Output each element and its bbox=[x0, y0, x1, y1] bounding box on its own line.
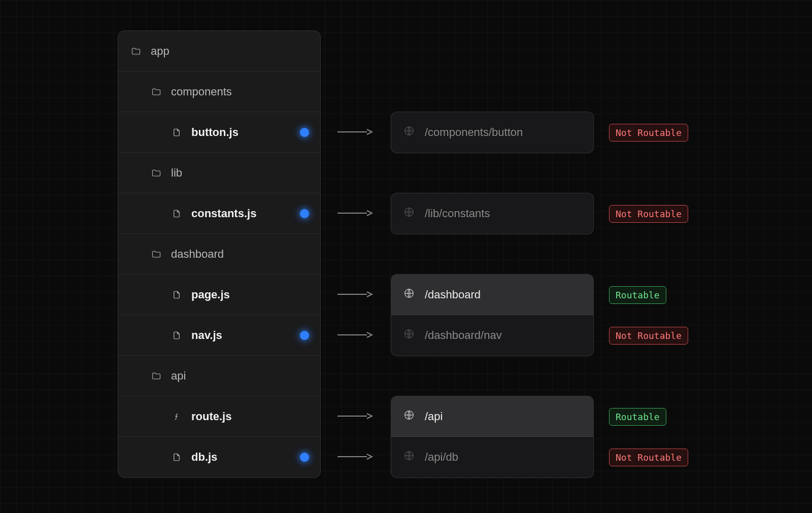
tree-row[interactable]: api bbox=[118, 356, 320, 396]
tree-label: nav.js bbox=[191, 329, 300, 342]
tree-label: button.js bbox=[191, 126, 300, 139]
folder-icon bbox=[151, 249, 162, 260]
route-group: /api /api/db bbox=[391, 396, 594, 478]
arrow-icon bbox=[337, 213, 373, 214]
arrow-icon bbox=[337, 294, 373, 295]
colocated-dot-icon bbox=[300, 209, 309, 218]
tree-row[interactable]: dashboard bbox=[118, 234, 320, 275]
tree-label: dashboard bbox=[171, 248, 320, 261]
file-icon bbox=[171, 127, 182, 138]
arrow-icon bbox=[337, 416, 373, 417]
file-icon bbox=[171, 330, 182, 341]
tree-label: constants.js bbox=[191, 207, 300, 220]
not-routable-badge: Not Routable bbox=[609, 205, 688, 223]
function-icon bbox=[171, 411, 182, 422]
route-group: /components/button bbox=[391, 112, 594, 153]
tree-label: db.js bbox=[191, 451, 300, 464]
globe-icon bbox=[403, 288, 415, 302]
not-routable-badge: Not Routable bbox=[609, 124, 688, 142]
folder-icon bbox=[151, 167, 162, 179]
route-row: /dashboard bbox=[391, 275, 593, 315]
tree-label: lib bbox=[171, 166, 320, 180]
route-path: /api/db bbox=[425, 451, 458, 464]
route-row: /api/db bbox=[391, 437, 593, 477]
route-path: /dashboard bbox=[425, 288, 481, 301]
colocated-dot-icon bbox=[300, 128, 309, 137]
tree-row[interactable]: components bbox=[118, 72, 320, 112]
tree-row[interactable]: app bbox=[118, 31, 320, 72]
route-group: /lib/constants bbox=[391, 193, 594, 234]
tree-row[interactable]: button.js bbox=[118, 112, 320, 153]
globe-icon bbox=[403, 450, 415, 464]
not-routable-badge: Not Routable bbox=[609, 449, 688, 466]
colocated-dot-icon bbox=[300, 453, 309, 462]
folder-icon bbox=[130, 46, 142, 57]
globe-icon bbox=[403, 409, 415, 424]
arrow-icon bbox=[337, 456, 373, 457]
route-path: /components/button bbox=[425, 126, 523, 139]
tree-label: route.js bbox=[191, 410, 320, 423]
route-row: /components/button bbox=[391, 112, 593, 153]
route-path: /api bbox=[425, 410, 443, 423]
tree-label: app bbox=[151, 45, 320, 58]
colocated-dot-icon bbox=[300, 331, 309, 340]
file-icon bbox=[171, 208, 182, 219]
routable-badge: Routable bbox=[609, 286, 666, 304]
route-row: /api bbox=[391, 396, 593, 437]
folder-icon bbox=[151, 86, 162, 97]
tree-row[interactable]: db.js bbox=[118, 437, 320, 477]
tree-label: page.js bbox=[191, 288, 320, 301]
tree-row[interactable]: constants.js bbox=[118, 193, 320, 234]
routable-badge: Routable bbox=[609, 408, 666, 426]
folder-icon bbox=[151, 370, 162, 382]
file-icon bbox=[171, 452, 182, 463]
globe-icon bbox=[403, 328, 415, 343]
globe-icon bbox=[403, 125, 415, 140]
route-path: /dashboard/nav bbox=[425, 329, 502, 342]
globe-icon bbox=[403, 207, 415, 221]
tree-label: components bbox=[171, 85, 320, 98]
route-path: /lib/constants bbox=[425, 207, 490, 220]
tree-row[interactable]: route.js bbox=[118, 396, 320, 437]
arrow-icon bbox=[337, 334, 373, 335]
route-group: /dashboard /dashboard/nav bbox=[391, 274, 594, 356]
not-routable-badge: Not Routable bbox=[609, 327, 688, 345]
route-row: /lib/constants bbox=[391, 193, 593, 234]
route-row: /dashboard/nav bbox=[391, 315, 593, 356]
tree-row[interactable]: page.js bbox=[118, 275, 320, 315]
tree-row[interactable]: lib bbox=[118, 153, 320, 193]
arrow-icon bbox=[337, 131, 373, 132]
file-icon bbox=[171, 289, 182, 300]
file-tree-panel: app components button.js lib constant bbox=[118, 30, 321, 478]
tree-label: api bbox=[171, 369, 320, 383]
tree-row[interactable]: nav.js bbox=[118, 315, 320, 356]
